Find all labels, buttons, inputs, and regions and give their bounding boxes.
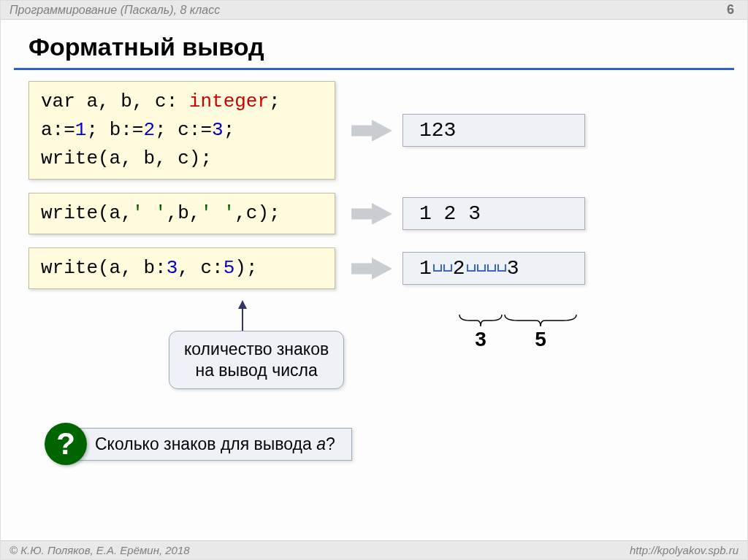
brace-3: 3 (458, 313, 503, 351)
example-row-3: write(a, b:3, c:5); 123 (28, 248, 725, 289)
question-mark-icon: ? (45, 423, 87, 465)
question-text: Сколько знаков для вывода a? (65, 428, 352, 461)
brace-label-3: 3 (458, 328, 503, 351)
title-underline (14, 68, 734, 70)
q-post: ? (326, 434, 335, 453)
space-marker (443, 264, 452, 272)
q-var: a (316, 434, 326, 453)
content-area: var a, b, c: integer; a:=1; b:=2; c:=3; … (28, 81, 725, 302)
assign-c: ; c:= (155, 119, 212, 141)
callout-pointer-icon (232, 300, 253, 335)
assign-b: ; b:= (86, 119, 143, 141)
kw-var: var (41, 91, 75, 112)
svg-marker-2 (351, 258, 392, 280)
brace-5: 5 (503, 313, 578, 351)
semicolon: ; (269, 91, 280, 112)
vars-decl: a, b, c: (75, 91, 189, 112)
example-row-2: write(a,' ',b,' ',c); 1 2 3 (28, 193, 725, 234)
callout-line-2: на вывод числа (184, 360, 329, 381)
code-box-2: write(a,' ',b,' ',c); (28, 193, 335, 234)
out3-2: 2 (453, 257, 466, 280)
val-3: 3 (212, 119, 224, 141)
val-1: 1 (75, 119, 87, 141)
str-space-1: ' ' (132, 202, 167, 224)
space-marker (467, 264, 476, 272)
str-space-2: ' ' (200, 202, 234, 224)
write-pre: write(a, (41, 202, 132, 224)
type-integer: integer (189, 91, 269, 112)
write3-end: ); (234, 257, 257, 279)
write-end: ,c); (234, 202, 280, 224)
copyright: © К.Ю. Поляков, Е.А. Ерёмин, 2018 (9, 544, 190, 556)
arrow-icon (351, 203, 392, 225)
slide-title: Форматный вывод (28, 33, 264, 61)
write3-pre: write(a, b: (41, 257, 167, 279)
space-marker (497, 264, 506, 272)
callout-line-1: количество знаков (184, 339, 329, 360)
code-box-1: var a, b, c: integer; a:=1; b:=2; c:=3; … (28, 81, 335, 180)
space-marker (487, 264, 496, 272)
out3-3: 3 (507, 257, 520, 280)
fmt-5: 5 (224, 257, 235, 279)
val-2: 2 (143, 119, 155, 141)
output-box-2: 1 2 3 (402, 197, 585, 230)
question-row: ? Сколько знаков для вывода a? (45, 423, 352, 465)
code-box-3: write(a, b:3, c:5); (28, 248, 335, 289)
svg-marker-0 (351, 120, 392, 142)
arrow-icon (351, 120, 392, 142)
space-marker (433, 264, 442, 272)
output-box-1: 123 (402, 114, 585, 147)
brace-label-5: 5 (503, 328, 578, 351)
subject-label: Программирование (Паскаль), 8 класс (9, 4, 220, 17)
space-marker (477, 264, 486, 272)
callout-box: количество знаков на вывод числа (169, 331, 344, 389)
brace-annotations: 3 5 (458, 313, 578, 351)
q-pre: Сколько знаков для вывода (95, 434, 316, 453)
out3-1: 1 (419, 257, 432, 280)
slide-header: Программирование (Паскаль), 8 класс 6 (1, 1, 747, 20)
example-row-1: var a, b, c: integer; a:=1; b:=2; c:=3; … (28, 81, 725, 180)
semicolon-2: ; (224, 119, 235, 141)
svg-marker-1 (351, 203, 392, 225)
write-mid: ,b, (167, 202, 201, 224)
write-call-1: write(a, b, c); (41, 145, 323, 173)
footer-url: http://kpolyakov.spb.ru (630, 544, 739, 556)
slide-footer: © К.Ю. Поляков, Е.А. Ерёмин, 2018 http:/… (1, 540, 747, 559)
arrow-icon (351, 258, 392, 280)
output-box-3: 123 (402, 252, 585, 285)
write3-mid: , c: (178, 257, 223, 279)
fmt-3: 3 (167, 257, 178, 279)
svg-marker-4 (238, 300, 247, 309)
page-number: 6 (727, 2, 734, 18)
assign-a: a:= (41, 119, 75, 141)
